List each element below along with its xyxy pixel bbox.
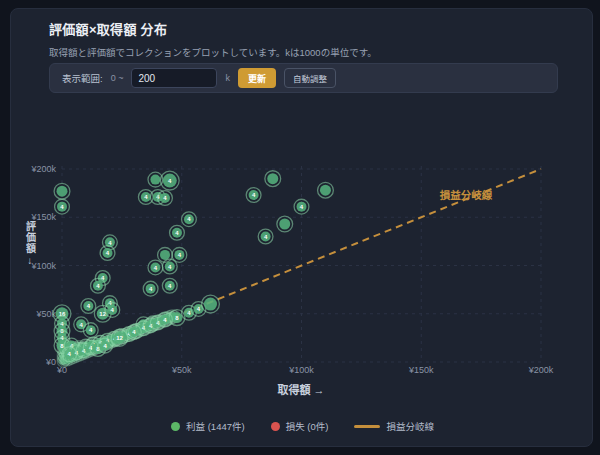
breakeven-annotation: 損益分岐線 bbox=[440, 189, 493, 201]
cluster-count-label: 12 bbox=[116, 335, 123, 341]
legend-profit-label: 利益 (1447件) bbox=[186, 419, 245, 433]
scatter-cluster[interactable] bbox=[160, 250, 170, 260]
page-title: 評価額×取得額 分布 bbox=[49, 19, 167, 38]
scatter-cluster[interactable] bbox=[204, 298, 217, 311]
profit-dot-icon bbox=[171, 422, 180, 431]
range-from-text: 0 ~ bbox=[111, 73, 124, 83]
auto-adjust-button[interactable]: 自動調整 bbox=[284, 68, 336, 88]
x-tick-label: ¥50k bbox=[171, 365, 192, 375]
x-tick-label: ¥100k bbox=[288, 365, 314, 375]
y-axis-title-text: 評価額 bbox=[24, 221, 36, 254]
legend-breakeven-label: 損益分岐線 bbox=[386, 419, 434, 433]
legend-item-breakeven[interactable]: 損益分岐線 bbox=[354, 419, 434, 433]
scatter-cluster[interactable] bbox=[150, 175, 160, 185]
legend-item-loss[interactable]: 損失 (0件) bbox=[271, 419, 329, 433]
scatter-chart[interactable]: ¥0¥0¥50k¥50k¥100k¥100k¥150k¥150k¥200k¥20… bbox=[11, 146, 594, 416]
scatter-cluster[interactable] bbox=[57, 186, 68, 197]
x-axis-title: 取得額 → bbox=[277, 383, 324, 396]
update-button[interactable]: 更新 bbox=[238, 68, 276, 88]
app-window: 評価額×取得額 分布 取得額と評価額でコレクションをプロットしています。kは10… bbox=[0, 0, 600, 455]
x-tick-label: ¥200k bbox=[528, 365, 554, 375]
range-label: 表示範囲: bbox=[62, 71, 103, 85]
breakeven-line-icon bbox=[354, 425, 380, 428]
x-tick-label: ¥150k bbox=[408, 365, 434, 375]
loss-dot-icon bbox=[271, 422, 280, 431]
chart-legend: 利益 (1447件) 損失 (0件) 損益分岐線 bbox=[11, 419, 594, 433]
range-control-bar: 表示範囲: 0 ~ k 更新 自動調整 bbox=[49, 63, 558, 93]
range-unit-label: k bbox=[225, 73, 230, 83]
distribution-card: 評価額×取得額 分布 取得額と評価額でコレクションをプロットしています。kは10… bbox=[10, 8, 593, 447]
y-axis-arrow-icon: ↓ bbox=[27, 255, 32, 267]
legend-loss-label: 損失 (0件) bbox=[286, 419, 329, 433]
scatter-chart-canvas[interactable]: ¥0¥0¥50k¥50k¥100k¥100k¥150k¥150k¥200k¥20… bbox=[11, 146, 594, 416]
range-max-input[interactable] bbox=[131, 68, 217, 88]
y-axis-title: 評価額 ↓ bbox=[24, 221, 36, 267]
legend-item-profit[interactable]: 利益 (1447件) bbox=[171, 419, 245, 433]
page-subtitle: 取得額と評価額でコレクションをプロットしています。kは1000の単位です。 bbox=[49, 45, 377, 59]
y-tick-label: ¥0 bbox=[45, 357, 56, 367]
scatter-cluster[interactable] bbox=[320, 185, 331, 196]
scatter-cluster[interactable] bbox=[267, 173, 278, 184]
scatter-cluster[interactable] bbox=[279, 219, 290, 230]
y-tick-label: ¥200k bbox=[30, 164, 56, 174]
